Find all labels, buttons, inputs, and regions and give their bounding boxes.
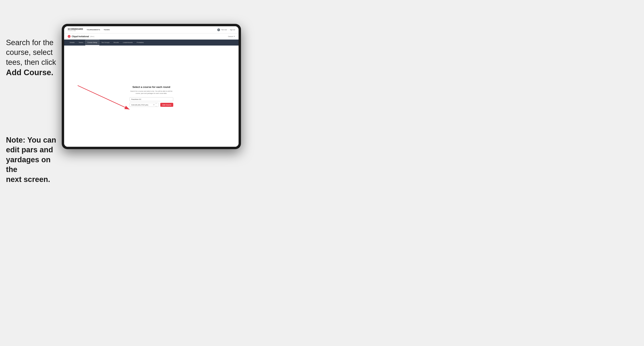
clear-icon[interactable]: ✕ [153,104,155,106]
tournament-header: C Clippd Invitational (Men) Cancel ✕ [64,33,238,40]
course-select-description: Search for a course and select a tee. Yo… [130,90,172,95]
course-select-heading: Select a course for each round [132,86,170,88]
tablet-screen: SCOREBOARD Powered by clippd TOURNAMENTS… [64,26,238,147]
sign-out-link[interactable]: Sign out [230,29,235,30]
user-name: Test User [221,29,227,30]
cancel-button[interactable]: Cancel ✕ [228,36,235,37]
annotation-instruction: Search for the course, select tees, then… [6,38,60,78]
nav-teams[interactable]: TEAMS [104,29,110,31]
tab-printables[interactable]: Printables [134,40,146,45]
tab-teams[interactable]: Teams [76,40,85,45]
tab-results[interactable]: Results [112,40,121,45]
tab-details[interactable]: Details [68,40,76,45]
top-nav: SCOREBOARD Powered by clippd TOURNAMENTS… [64,26,238,33]
brand-subtitle: Powered by clippd [68,30,83,31]
tablet-frame: SCOREBOARD Powered by clippd TOURNAMENTS… [62,24,241,149]
tee-select-box[interactable]: Gold (M) (M) (7010 yds) ✕ ⌃⌄ [130,103,159,107]
add-course-button[interactable]: Add Course [160,103,173,107]
chevron-icon[interactable]: ⌃⌄ [155,103,157,107]
main-content: Select a course for each round Search fo… [64,45,238,147]
brand: SCOREBOARD Powered by clippd [68,28,83,31]
tee-select-controls: ✕ ⌃⌄ [153,103,157,107]
tee-value: Gold (M) (M) (7010 yds) [131,104,148,106]
cancel-x-icon: ✕ [234,36,235,37]
annotation-note: Note: You can edit pars and yardages on … [6,135,63,184]
clippd-icon: C [68,35,70,38]
course-search-input[interactable] [130,97,173,101]
tournament-name: Clippd Invitational [72,35,89,38]
divider: | [228,29,228,30]
nav-links: TOURNAMENTS TEAMS [86,29,217,31]
tab-course-setup[interactable]: Course Setup [85,40,99,45]
tab-bar: Details Teams Course Setup Tee Groups Re… [64,40,238,45]
user-area: T Test User | Sign out [217,28,235,31]
tab-tee-groups[interactable]: Tee Groups [99,40,112,45]
tournament-title-area: C Clippd Invitational (Men) [68,35,94,38]
annotation-text: Search for the course, select tees, then… [6,38,60,78]
tab-leaderboards[interactable]: Leaderboards [121,40,134,45]
nav-tournaments[interactable]: TOURNAMENTS [86,29,100,31]
user-avatar: T [217,28,220,31]
tee-select-row: Gold (M) (M) (7010 yds) ✕ ⌃⌄ Add Course [130,103,173,107]
tournament-gender: (Men) [90,36,94,37]
